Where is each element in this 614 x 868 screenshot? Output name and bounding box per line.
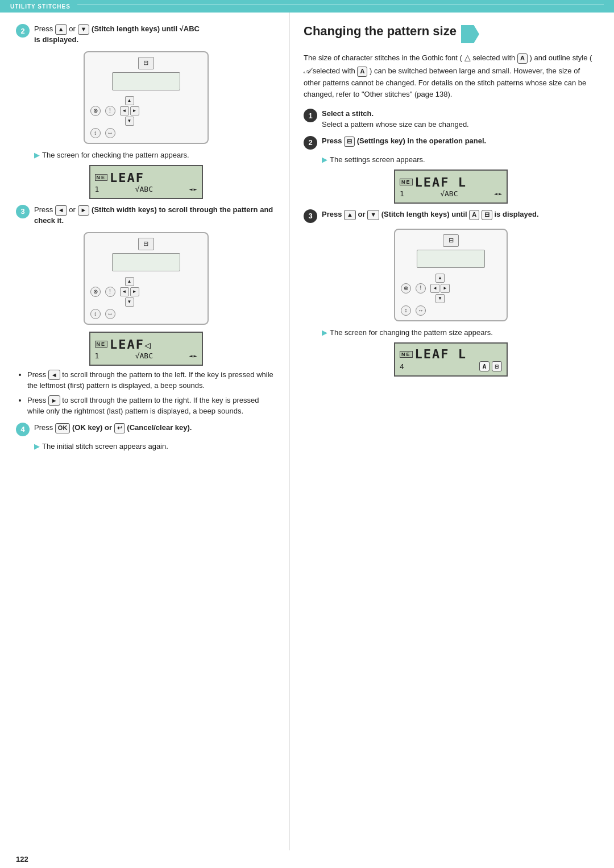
right-lcd-display-1: NE LEAF L 1 √ABC ◄ ► xyxy=(394,170,508,204)
right-arrow-line-1: ▶ The settings screen appears. xyxy=(322,155,598,164)
lcd-bottom-1: 1 √ABC ◄ ► xyxy=(95,185,197,193)
right-icon-x: ⊗ xyxy=(401,283,411,294)
right-lcd-number-2: 4 xyxy=(400,362,404,371)
arrow-line-2: ▶ The initial stitch screen appears agai… xyxy=(34,442,276,450)
icon-excl: ! xyxy=(105,106,115,116)
icon-excl-2: ! xyxy=(105,287,115,297)
right-lcd-ne-2: NE xyxy=(400,351,413,358)
key-ok: OK xyxy=(55,423,70,433)
bullet-item-2: Press ► to scroll through the pattern to… xyxy=(27,395,276,417)
left-column: 2 Press ▲ or ▼ (Stitch length keys) unti… xyxy=(0,13,290,850)
right-lcd-bottom-1: 1 √ABC ◄ ► xyxy=(400,189,502,198)
machine-display-2-wrap: ⊟ ⊗ ! ▲ ◄ ► ▼ xyxy=(16,232,276,325)
lcd-left-arrow-2: ◄ xyxy=(189,353,192,359)
right-lcd-2-wrap: NE LEAF L 4 A ⊟ xyxy=(304,342,598,377)
lcd-number-1: 1 xyxy=(95,185,99,193)
nav-horiz-1: ◄ ► xyxy=(120,106,139,115)
nav-up-1[interactable]: ▲ xyxy=(125,96,134,105)
key-down-r: ▼ xyxy=(367,210,379,220)
nav-up-2[interactable]: ▲ xyxy=(125,277,134,286)
settings-icon-display: ⊟ xyxy=(138,57,154,69)
lcd-bottom-2: 1 √ABC ◄ ► xyxy=(95,352,197,360)
key-right: ► xyxy=(78,205,90,216)
right-step-2-row: 2 Press ⊟ (Settings key) in the operatio… xyxy=(304,136,598,150)
right-step-1-row: 1 Select a stitch. Select a pattern whos… xyxy=(304,109,598,130)
top-bar: UTILITY STITCHES xyxy=(0,0,614,13)
key-cancel: ↩ xyxy=(114,423,125,433)
nav-down-1[interactable]: ▼ xyxy=(125,117,134,126)
right-lcd-letters-1: LEAF L xyxy=(415,175,467,189)
nav-left-1[interactable]: ◄ xyxy=(120,106,129,115)
lcd-display-1: NE LEAF 1 √ABC ◄ ► xyxy=(89,165,203,199)
right-machine-bottom: ⊗ ! ▲ ◄ ► ▼ xyxy=(401,274,501,303)
heading-arrow xyxy=(461,25,479,43)
right-lcd-1-wrap: NE LEAF L 1 √ABC ◄ ► xyxy=(304,170,598,204)
lcd-vabc-2: √ABC xyxy=(135,352,153,360)
right-lcd-top-2: NE LEAF L xyxy=(400,347,502,361)
lcd-number-2: 1 xyxy=(95,352,99,360)
lcd-right-arrow-1: ► xyxy=(193,186,197,192)
right-nav-horiz: ◄ ► xyxy=(430,284,450,293)
nav-left-2[interactable]: ◄ xyxy=(120,287,129,296)
right-nav-down[interactable]: ▼ xyxy=(435,294,445,303)
machine-display-1-wrap: ⊟ ⊗ ! ▲ ◄ ► ▼ xyxy=(16,51,276,144)
lcd-vabc-1: √ABC xyxy=(135,185,153,193)
icon-horiz-2: ↔ xyxy=(105,309,115,319)
right-machine-display: ⊟ ⊗ ! ▲ ◄ ► ▼ xyxy=(394,229,508,321)
lcd-2-wrap: NE LEAF◁ 1 √ABC ◄ ► xyxy=(16,332,276,366)
arrow-bullet-1: ▶ xyxy=(34,151,40,159)
icon-x: ⊗ xyxy=(90,106,101,116)
right-lcd-icons: A ⊟ xyxy=(479,361,502,371)
right-step-3-row: 3 Press ▲ or ▼ (Stitch length keys) unti… xyxy=(304,209,598,223)
bullet-list: Press ◄ to scroll through the pattern to… xyxy=(27,369,276,417)
right-arrow-text-2: The screen for changing the pattern size… xyxy=(330,328,493,337)
right-lcd-letters-2: LEAF L xyxy=(415,347,467,361)
machine-bottom-row2-2: ↕ ↔ xyxy=(90,309,202,319)
right-nav-left[interactable]: ◄ xyxy=(430,284,439,293)
settings-icon-display-2: ⊟ xyxy=(138,238,154,250)
arrow-text-1: The screen for checking the pattern appe… xyxy=(42,151,189,159)
right-step-3-text: Press ▲ or ▼ (Stitch length keys) until … xyxy=(322,209,539,220)
nav-right-1[interactable]: ► xyxy=(130,106,139,115)
key-left-bullet: ◄ xyxy=(48,370,60,380)
icon-x-2: ⊗ xyxy=(90,287,101,297)
right-lcd-left-1: ◄ xyxy=(494,191,497,197)
lcd-letters-2: LEAF◁ xyxy=(110,337,152,352)
nav-down-2[interactable]: ▼ xyxy=(125,297,134,307)
nav-right-2[interactable]: ► xyxy=(130,287,139,296)
right-icon-vert: ↕ xyxy=(401,305,411,316)
right-nav-right[interactable]: ► xyxy=(441,284,450,293)
section-heading-wrap: Changing the pattern size xyxy=(304,24,598,44)
right-machine-bottom-row2: ↕ ↔ xyxy=(401,305,501,316)
selected-with-text: selected with xyxy=(313,67,355,75)
lcd-left-arrow-1: ◄ xyxy=(189,186,192,192)
step-2-row: 2 Press ▲ or ▼ (Stitch length keys) unti… xyxy=(16,24,276,46)
lcd-top-2: NE LEAF◁ xyxy=(95,337,197,352)
key-down: ▼ xyxy=(78,24,90,35)
machine-top-area-1: ⊟ xyxy=(90,57,202,94)
step-3-text: Press ◄ or ► (Stitch width keys) to scro… xyxy=(34,205,276,226)
icon-vert: ↕ xyxy=(90,128,101,138)
right-lcd-top-1: NE LEAF L xyxy=(400,175,502,189)
machine-display-1: ⊟ ⊗ ! ▲ ◄ ► ▼ xyxy=(84,51,209,144)
right-lcd-ne-1: NE xyxy=(400,179,413,185)
section-heading: Changing the pattern size xyxy=(304,24,457,39)
right-step-1-circle: 1 xyxy=(304,109,317,122)
right-machine-top: ⊟ xyxy=(401,234,501,271)
right-lcd-number-1: 1 xyxy=(400,189,404,198)
main-content: 2 Press ▲ or ▼ (Stitch length keys) unti… xyxy=(0,13,614,850)
section-label: UTILITY STITCHES xyxy=(10,3,70,10)
nav-cluster-1: ▲ ◄ ► ▼ xyxy=(120,96,139,126)
key-settings: ⊟ xyxy=(344,137,355,147)
right-arrow-bullet-1: ▶ xyxy=(322,155,327,164)
step-4-row: 4 Press OK (OK key) or ↩ (Cancel/clear k… xyxy=(16,423,276,436)
key-left: ◄ xyxy=(55,205,67,216)
right-nav-up[interactable]: ▲ xyxy=(435,274,445,283)
step-2-text: Press ▲ or ▼ (Stitch length keys) until … xyxy=(34,24,200,46)
key-a-size: A xyxy=(469,210,479,220)
step-2-circle: 2 xyxy=(16,24,30,38)
lcd-letters-1: LEAF xyxy=(110,171,144,185)
key-up-r: ▲ xyxy=(344,210,356,220)
right-lcd-vabc-1: √ABC xyxy=(440,189,458,198)
right-step-2-text: Press ⊟ (Settings key) in the operation … xyxy=(322,136,486,147)
